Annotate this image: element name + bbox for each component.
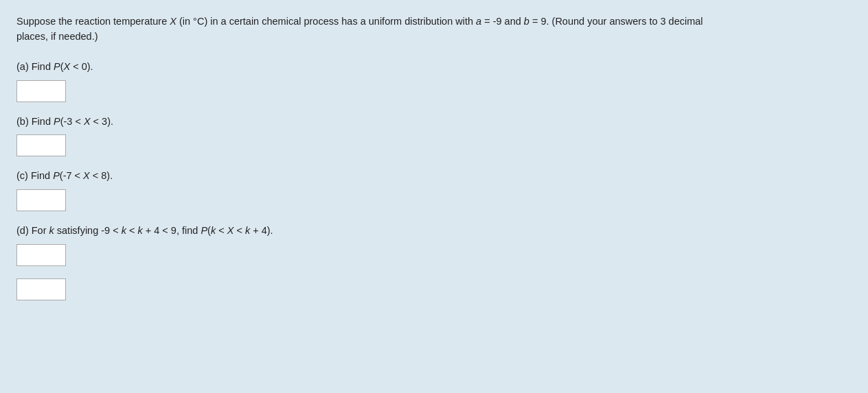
answer-input-a[interactable] <box>16 80 66 102</box>
intro-text: Suppose the reaction temperature X (in °… <box>16 14 841 45</box>
question-label-b: (b) Find P(-3 < X < 3). <box>16 115 852 130</box>
question-label-c: (c) Find P(-7 < X < 8). <box>16 169 852 184</box>
page-container: Suppose the reaction temperature X (in °… <box>0 0 868 393</box>
question-block-a: (a) Find P(X < 0). <box>16 60 852 102</box>
question-block-c: (c) Find P(-7 < X < 8). <box>16 169 852 211</box>
answer-input-d[interactable] <box>16 244 66 266</box>
answer-input-b[interactable] <box>16 134 66 156</box>
question-block-b: (b) Find P(-3 < X < 3). <box>16 115 852 157</box>
question-label-a: (a) Find P(X < 0). <box>16 60 852 75</box>
question-block-extra <box>16 278 852 300</box>
question-block-d: (d) For k satisfying -9 < k < k + 4 < 9,… <box>16 224 852 266</box>
answer-input-c[interactable] <box>16 189 66 211</box>
question-label-d: (d) For k satisfying -9 < k < k + 4 < 9,… <box>16 224 852 239</box>
answer-input-extra[interactable] <box>16 278 66 300</box>
